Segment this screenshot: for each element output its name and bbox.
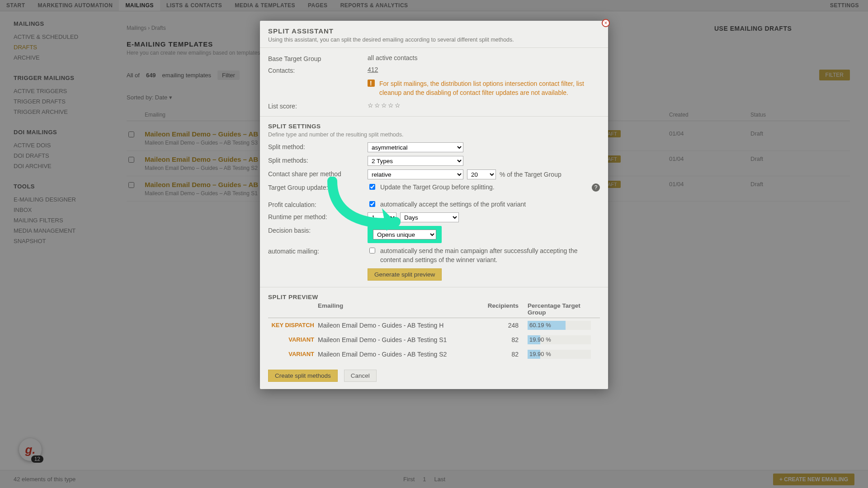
preview-pct-bar: 60.19 % xyxy=(528,321,591,330)
preview-row: VARIANTMaileon Email Demo - Guides - AB … xyxy=(268,347,600,361)
select-decision-basis[interactable]: Opens unique xyxy=(373,230,436,239)
chk-profit[interactable] xyxy=(369,201,375,207)
lab-update: Target Group update: xyxy=(268,183,368,191)
lab-runtime: Runtime per method: xyxy=(268,212,368,221)
generate-preview-button[interactable]: Generate split preview xyxy=(368,268,442,281)
decision-highlight: Opens unique xyxy=(368,226,442,243)
ph-email: Emailing xyxy=(318,302,473,316)
lab-decision: Decision basis: xyxy=(268,226,368,234)
help-icon[interactable]: ? xyxy=(592,183,600,192)
lab-split-methods: Split methods: xyxy=(268,156,368,164)
close-icon[interactable]: × xyxy=(602,19,610,27)
ph-pct: Percentage Target Group xyxy=(528,302,600,316)
chk-profit-label: automatically accept the settings of the… xyxy=(380,200,526,209)
ph-rec: Recipients xyxy=(473,302,528,316)
select-runtime-n[interactable]: 1 xyxy=(368,212,396,222)
chk-update-label: Update the Target Group before splitting… xyxy=(380,183,495,192)
split-assistant-modal: × SPLIT ASSISTANT Using this assistant, … xyxy=(260,21,608,389)
lab-profit: Profit calculation: xyxy=(268,200,368,208)
split-preview-table: Emailing Recipients Percentage Target Gr… xyxy=(268,302,600,361)
preview-tag: VARIANT xyxy=(268,336,318,343)
preview-recipients: 82 xyxy=(473,351,528,358)
lab-contacts: Contacts: xyxy=(268,66,368,74)
list-score-stars: ☆☆☆☆☆ xyxy=(368,102,600,109)
preview-tag: VARIANT xyxy=(268,351,318,357)
lab-automailing: automatic mailing: xyxy=(268,247,368,255)
preview-pct-bar: 19.90 % xyxy=(528,350,591,359)
lab-share: Contact share per method xyxy=(268,169,368,178)
preview-row: KEY DISPATCHMaileon Email Demo - Guides … xyxy=(268,318,600,333)
preview-recipients: 82 xyxy=(473,336,528,343)
preview-row: VARIANTMaileon Email Demo - Guides - AB … xyxy=(268,333,600,347)
select-split-methods[interactable]: 2 Types xyxy=(368,156,463,166)
share-suffix: % of the Target Group xyxy=(500,171,561,178)
select-share-type[interactable]: relative xyxy=(368,169,463,179)
preview-name: Maileon Email Demo - Guides - AB Testing… xyxy=(318,351,473,358)
preview-name: Maileon Email Demo - Guides - AB Testing… xyxy=(318,322,473,329)
contacts-link[interactable]: 412 xyxy=(368,66,378,73)
chk-update-group[interactable] xyxy=(369,184,375,190)
select-split-method[interactable]: asymmetrical xyxy=(368,142,463,152)
chk-automailing-label: automatically send the main campaign aft… xyxy=(380,247,600,264)
split-settings-sub: Define type and number of the resulting … xyxy=(268,131,600,138)
modal-overlay: × SPLIT ASSISTANT Using this assistant, … xyxy=(0,0,868,488)
chk-automailing[interactable] xyxy=(369,248,375,253)
warning-icon xyxy=(368,80,375,87)
preview-tag: KEY DISPATCH xyxy=(268,322,318,328)
preview-name: Maileon Email Demo - Guides - AB Testing… xyxy=(318,336,473,343)
lab-split-method: Split method: xyxy=(268,142,368,150)
lab-listscore: List score: xyxy=(268,102,368,110)
val-base-group: all active contacts xyxy=(368,54,600,61)
lab-base-group: Base Target Group xyxy=(268,54,368,62)
preview-pct-bar: 19.90 % xyxy=(528,335,591,344)
modal-subtitle: Using this assistant, you can split the … xyxy=(268,37,600,43)
cancel-button[interactable]: Cancel xyxy=(344,370,377,382)
preview-recipients: 248 xyxy=(473,322,528,329)
split-preview-title: SPLIT PREVIEW xyxy=(268,294,600,300)
select-runtime-unit[interactable]: Days xyxy=(400,212,459,222)
split-settings-title: SPLIT SETTINGS xyxy=(268,123,600,130)
create-split-button[interactable]: Create split methods xyxy=(268,370,338,382)
select-share-value[interactable]: 20 xyxy=(467,169,496,179)
modal-title: SPLIT ASSISTANT xyxy=(268,27,600,35)
warning-note: For split mailings, the distribution lis… xyxy=(368,78,600,98)
warning-text: For split mailings, the distribution lis… xyxy=(379,80,600,97)
